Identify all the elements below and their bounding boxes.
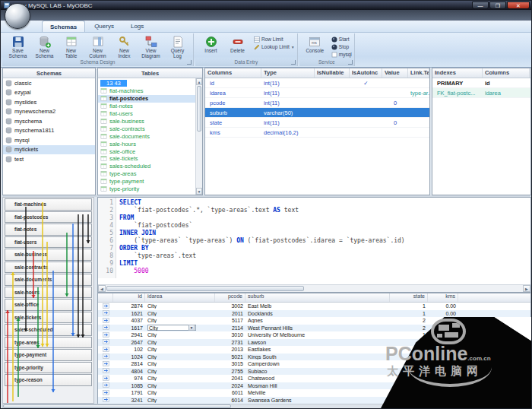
index-row-PRIMARY[interactable]: PRIMARYid xyxy=(432,78,530,88)
column-row-state[interactable]: stateint(11)0 xyxy=(205,118,429,128)
column-header-value[interactable]: Value xyxy=(382,68,408,78)
table-item-sale-tickets[interactable]: sale-tickets xyxy=(98,155,195,163)
schema-item-classic[interactable]: classic xyxy=(3,78,95,88)
diagram-table-sale-business[interactable]: sale-business xyxy=(5,249,92,261)
new-column-button[interactable]: New Column xyxy=(84,34,111,59)
diagram-table-fiat-machines[interactable]: fiat-machines xyxy=(5,198,92,211)
table-filter-row[interactable]: 13 43 xyxy=(98,78,202,87)
minimize-button[interactable]: — xyxy=(472,2,489,9)
table-item-fiat-users[interactable]: fiat-users xyxy=(98,110,195,118)
table-row[interactable]: 2874City3002East Melb10.00 xyxy=(98,303,530,310)
tables-scrollbar[interactable]: ▲ ▼ xyxy=(195,78,202,195)
table-item-type-payment[interactable]: type-payment xyxy=(98,178,195,185)
table-item-sale-office[interactable]: sale-office xyxy=(98,147,195,155)
lookup-limit-button[interactable]: Lookup Limit▼ xyxy=(254,43,295,50)
close-button[interactable]: ✕ xyxy=(507,2,530,9)
results-header-kms[interactable]: kms xyxy=(428,293,458,302)
scroll-thumb[interactable] xyxy=(197,86,201,132)
diagram-table-type-reason[interactable]: type-reason xyxy=(5,374,92,386)
results-header-suburb[interactable]: suburb xyxy=(245,293,390,302)
diagram-table-sale-office[interactable]: sale-office xyxy=(5,299,92,311)
table-item-type-areas[interactable]: type-areas xyxy=(98,170,195,178)
schema-item-myschema1811[interactable]: myschema1811 xyxy=(3,126,95,136)
index-row-FK_fiat-postc...[interactable]: FK_fiat-postc...idarea xyxy=(432,88,530,98)
column-row-id[interactable]: idint(11)✓ xyxy=(205,78,429,88)
new-table-button[interactable]: New Table xyxy=(58,34,84,59)
diagram-table-fiat-notes[interactable]: fiat-notes xyxy=(5,224,92,236)
schema-item-mytickets[interactable]: mytickets xyxy=(3,145,95,155)
area-combo-box[interactable]: City▼ xyxy=(147,325,196,331)
tab-querys[interactable]: Querys xyxy=(87,21,122,32)
diagram-table-type-areas[interactable]: type-areas xyxy=(5,337,92,349)
scroll-thumb[interactable] xyxy=(3,404,231,408)
diagram-table-sale-contracts[interactable]: sale-contracts xyxy=(5,262,92,274)
scroll-up-icon[interactable]: ▲ xyxy=(196,78,202,85)
tab-schemas[interactable]: Schemas xyxy=(42,21,85,32)
table-item-fiat-machines[interactable]: fiat-machines xyxy=(98,87,195,95)
application-orb-button[interactable] xyxy=(5,3,30,29)
scroll-right-icon[interactable]: ▶ xyxy=(523,285,530,292)
table-filter-value[interactable]: 13 43 xyxy=(100,80,127,87)
schema-item-myslides[interactable]: myslides xyxy=(3,97,95,107)
table-item-fiat-postcodes[interactable]: fiat-postcodes xyxy=(98,95,195,103)
table-item-sale-contracts[interactable]: sale-contracts xyxy=(98,125,195,132)
index-header-columns[interactable]: Columns xyxy=(483,68,530,78)
mysql-button[interactable]: mysql xyxy=(331,51,352,58)
chevron-down-icon[interactable]: ▼ xyxy=(188,325,195,331)
save-schema-button[interactable]: Save Schema xyxy=(5,34,31,59)
table-row[interactable]: 1621City2011Docklands10.00 xyxy=(98,310,530,318)
query-log-button[interactable]: Query Log xyxy=(164,34,191,59)
diagram-table-sale-hours[interactable]: sale-hours xyxy=(5,287,92,299)
insert-button[interactable]: Insert xyxy=(198,34,224,59)
column-header-isautoinc[interactable]: IsAutoInc xyxy=(350,68,382,78)
column-header-link-ta[interactable]: Link.Ta xyxy=(408,68,429,78)
column-row-idarea[interactable]: idareaint(11)type-ar... xyxy=(205,88,429,98)
column-row-pcode[interactable]: pcodeint(11)0 xyxy=(205,98,429,108)
results-header-pcode[interactable]: pcode xyxy=(215,293,245,302)
sql-editor[interactable]: 12345678910 SELECT `fiat-postcodes`.*, `… xyxy=(97,197,531,293)
diagram-table-sale-documents[interactable]: sale-documents xyxy=(5,274,92,286)
table-item-sale-documents[interactable]: sale-documents xyxy=(98,132,195,140)
schema-item-mysql[interactable]: mysql xyxy=(3,135,95,145)
schema-item-mynewschema2[interactable]: mynewschema2 xyxy=(3,107,95,117)
index-header-indexes[interactable]: Indexes xyxy=(432,68,483,78)
column-row-suburb[interactable]: suburbvarchar(50) xyxy=(205,108,429,118)
new-index-button[interactable]: New Index xyxy=(111,34,138,59)
column-row-kms[interactable]: kmsdecimal(16,2) xyxy=(205,128,429,138)
results-header-state[interactable]: state xyxy=(390,293,428,302)
results-header-marker[interactable] xyxy=(98,293,113,302)
dialog-launcher-icon[interactable] xyxy=(187,60,192,65)
table-item-fiat-notes[interactable]: fiat-notes xyxy=(98,103,195,110)
diagram-table-sales-scheduled[interactable]: sales-scheduled xyxy=(5,324,92,336)
schema-item-test[interactable]: test xyxy=(3,154,95,164)
scroll-left-icon[interactable]: ◀ xyxy=(98,285,106,292)
view-diagram-button[interactable]: View Diagram xyxy=(138,34,164,59)
start-button[interactable]: Start xyxy=(331,36,352,43)
column-header-type[interactable]: Type xyxy=(261,68,315,78)
column-header-columns[interactable]: Columns xyxy=(205,68,261,78)
sql-horizontal-scrollbar[interactable]: ◀ ▶ xyxy=(98,284,530,292)
scroll-thumb[interactable] xyxy=(106,286,304,291)
table-item-sale-business[interactable]: sale-business xyxy=(98,118,195,125)
schema-item-myschema[interactable]: myschema xyxy=(3,116,95,126)
stop-button[interactable]: Stop xyxy=(331,43,352,50)
table-item-sale-hours[interactable]: sale-hours xyxy=(98,140,195,147)
diagram-table-type-priority[interactable]: type-priority xyxy=(5,362,92,374)
schema-item-ezypal[interactable]: ezypal xyxy=(3,88,95,98)
diagram-table-fiat-users[interactable]: fiat-users xyxy=(5,236,92,249)
row-limit-button[interactable]: Row Limit xyxy=(254,36,295,43)
results-header-id[interactable]: id xyxy=(113,293,145,302)
diagram-table-fiat-postcodes[interactable]: fiat-postcodes xyxy=(5,211,92,224)
dialog-launcher-icon[interactable] xyxy=(291,60,296,65)
console-button[interactable]: msConsole xyxy=(302,34,328,59)
delete-button[interactable]: Delete xyxy=(224,34,251,59)
tab-logs[interactable]: Logs xyxy=(123,21,151,32)
diagram-table-sale-tickets[interactable]: sale-tickets xyxy=(5,312,92,324)
scroll-down-icon[interactable]: ▼ xyxy=(196,188,202,195)
diagram-table-type-payment[interactable]: type-payment xyxy=(5,349,92,361)
table-item-sales-scheduled[interactable]: sales-scheduled xyxy=(98,163,195,170)
sql-code[interactable]: SELECT `fiat-postcodes`.*, `type-areas`.… xyxy=(116,198,405,278)
column-header-isnullable[interactable]: IsNullable xyxy=(315,68,350,78)
results-header-idarea[interactable]: idarea xyxy=(145,293,215,302)
table-item-type-priority[interactable]: type-priority xyxy=(98,185,195,193)
